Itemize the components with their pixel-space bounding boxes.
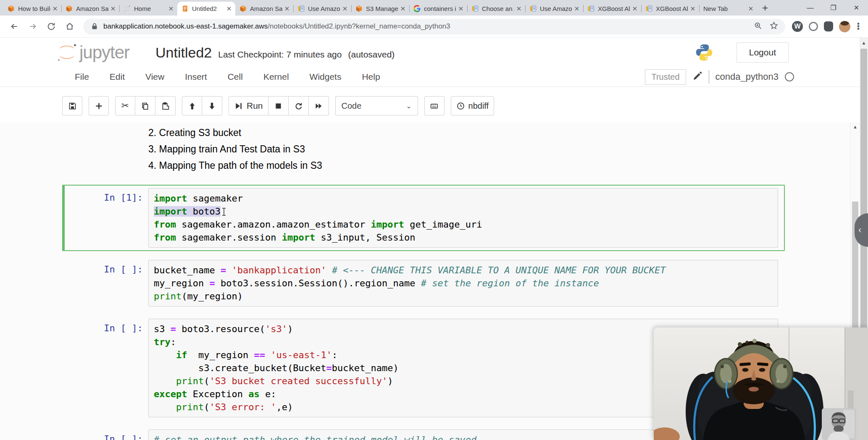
menu-view[interactable]: View — [145, 72, 164, 82]
new-tab-button[interactable]: + — [759, 2, 771, 14]
tab-close-icon[interactable]: ✕ — [689, 5, 697, 13]
restart-kernel-button[interactable] — [289, 96, 309, 115]
aws-doc-favicon-icon — [471, 5, 479, 12]
cell-prompt: In [ ]: — [65, 430, 148, 440]
browser-tab[interactable]: Amazon Sag✕ — [61, 2, 119, 16]
browser-tab[interactable]: S3 Manage✕ — [351, 2, 409, 16]
markdown-cell[interactable]: 2. Creating S3 bucket3. Mapping train An… — [148, 125, 850, 174]
browser-tab[interactable]: New Tab✕ — [699, 2, 757, 16]
browser-tab[interactable]: Home✕ — [119, 2, 177, 16]
maximize-icon[interactable]: ❐ — [822, 0, 845, 16]
jupyter-logotype: jupyter — [79, 42, 129, 63]
markdown-list-item: 3. Mapping train And Test Data in S3 — [148, 141, 850, 157]
tab-label: S3 Manage — [366, 5, 398, 12]
browser-tab[interactable]: Use Amazon✕ — [525, 2, 583, 16]
forward-icon[interactable] — [26, 19, 40, 34]
tab-strip: How to Build✕Amazon Sag✕Home✕Untitled2✕A… — [0, 0, 868, 16]
code-cell[interactable]: In [1]:import sagemakerimport boto3from … — [62, 185, 785, 251]
cell-type-dropdown[interactable]: Code ⌄ — [335, 96, 418, 115]
save-button[interactable] — [62, 96, 82, 115]
extension-circle-icon[interactable] — [809, 22, 818, 31]
move-cell-up-button[interactable] — [182, 96, 202, 115]
browser-scroll-up-icon[interactable]: ▲ — [860, 38, 868, 45]
notebook-favicon-icon — [181, 5, 189, 12]
scroll-up-icon[interactable]: ▲ — [851, 122, 860, 129]
tab-close-icon[interactable]: ✕ — [341, 5, 349, 13]
paste-cell-button[interactable] — [155, 96, 176, 115]
tab-close-icon[interactable]: ✕ — [399, 5, 407, 13]
aws-cube-favicon-icon — [8, 5, 15, 12]
command-palette-button[interactable] — [424, 96, 445, 115]
browser-tab[interactable]: Untitled2✕ — [177, 2, 235, 16]
home-icon[interactable] — [63, 19, 77, 34]
tab-label: Amazon Sag — [250, 5, 282, 12]
cell-input[interactable]: import sagemakerimport boto3from sagemak… — [148, 188, 778, 248]
browser-tab[interactable]: XGBoost Alg✕ — [641, 2, 699, 16]
tab-close-icon[interactable]: ✕ — [515, 5, 523, 13]
tab-label: Use Amazon — [540, 5, 572, 12]
tab-label: Use Amazon — [308, 5, 340, 12]
browser-tab[interactable]: Choose an A✕ — [467, 2, 525, 16]
run-cell-button[interactable]: Run — [229, 96, 268, 115]
reload-icon[interactable] — [44, 19, 58, 34]
restart-run-all-button[interactable] — [309, 96, 329, 115]
trusted-badge: Trusted — [645, 69, 686, 85]
chevron-down-icon: ⌄ — [406, 102, 411, 110]
aws-cube-favicon-icon — [239, 5, 247, 12]
extension-w-icon[interactable]: W — [792, 21, 803, 32]
cut-cell-button[interactable]: ✂ — [115, 96, 135, 115]
move-cell-down-button[interactable] — [202, 96, 222, 115]
zoom-icon[interactable] — [754, 21, 763, 32]
browser-tab[interactable]: containers in✕ — [409, 2, 467, 16]
copy-cell-button[interactable] — [135, 96, 155, 115]
close-icon[interactable]: ✕ — [845, 0, 868, 16]
minimize-icon[interactable]: — — [799, 0, 822, 16]
tab-label: Home — [134, 5, 166, 12]
browser-tab[interactable]: Amazon Sag✕ — [235, 2, 293, 16]
bookmark-star-icon[interactable] — [769, 21, 779, 32]
markdown-list-item: 2. Creating S3 bucket — [148, 125, 850, 141]
tab-close-icon[interactable]: ✕ — [167, 5, 175, 13]
menu-file[interactable]: File — [75, 72, 89, 82]
browser-tab[interactable]: XGBoost Alg✕ — [583, 2, 641, 16]
nbdiff-button[interactable]: nbdiff — [451, 96, 494, 115]
tab-label: XGBoost Alg — [598, 5, 630, 12]
tab-close-icon[interactable]: ✕ — [225, 5, 233, 13]
menu-kernel[interactable]: Kernel — [263, 72, 289, 82]
edit-mode-pencil-icon — [692, 71, 702, 83]
profile-avatar[interactable] — [839, 21, 850, 32]
tab-close-icon[interactable]: ✕ — [283, 5, 291, 13]
tab-close-icon[interactable]: ✕ — [747, 5, 755, 13]
tab-close-icon[interactable]: ✕ — [457, 5, 465, 13]
tab-label: XGBoost Alg — [656, 5, 688, 12]
back-icon[interactable] — [7, 19, 21, 34]
menu-help[interactable]: Help — [362, 72, 380, 82]
cell-input[interactable]: bucket_name = 'bankapplication' # <--- C… — [148, 260, 778, 306]
interrupt-kernel-button[interactable] — [268, 96, 289, 115]
add-cell-button[interactable] — [89, 96, 109, 115]
logout-button[interactable]: Logout — [736, 42, 789, 63]
extension-dark-icon[interactable] — [824, 21, 833, 31]
browser-menu-icon[interactable]: ••• — [856, 23, 860, 30]
jupyter-header: jupyter Untitled2 Last Checkpoint: 7 min… — [0, 38, 860, 67]
extensions-area: W ••• — [792, 21, 860, 32]
window-controls: — ❐ ✕ — [799, 0, 868, 16]
menu-cell[interactable]: Cell — [228, 72, 243, 82]
tab-close-icon[interactable]: ✕ — [51, 5, 59, 13]
tab-close-icon[interactable]: ✕ — [573, 5, 581, 13]
menu-edit[interactable]: Edit — [110, 72, 125, 82]
tab-close-icon[interactable]: ✕ — [109, 5, 117, 13]
browser-scrollbar-thumb[interactable] — [860, 49, 867, 364]
menu-insert[interactable]: Insert — [185, 72, 207, 82]
code-cell[interactable]: In [ ]:bucket_name = 'bankapplication' #… — [62, 257, 785, 310]
url-bar[interactable]: bankapplication.notebook.us-east-1.sagem… — [83, 19, 785, 34]
menu-items: FileEditViewInsertCellKernelWidgetsHelp — [75, 72, 401, 82]
tab-close-icon[interactable]: ✕ — [631, 5, 639, 13]
jupyter-logo[interactable]: jupyter — [56, 42, 129, 63]
menu-widgets[interactable]: Widgets — [310, 72, 342, 82]
notebook-title[interactable]: Untitled2 — [155, 45, 212, 61]
pip-inset — [822, 408, 856, 440]
browser-tab[interactable]: How to Build✕ — [3, 2, 61, 16]
browser-tab[interactable]: Use Amazon✕ — [293, 2, 351, 16]
jupyter-favicon-icon — [124, 5, 131, 12]
